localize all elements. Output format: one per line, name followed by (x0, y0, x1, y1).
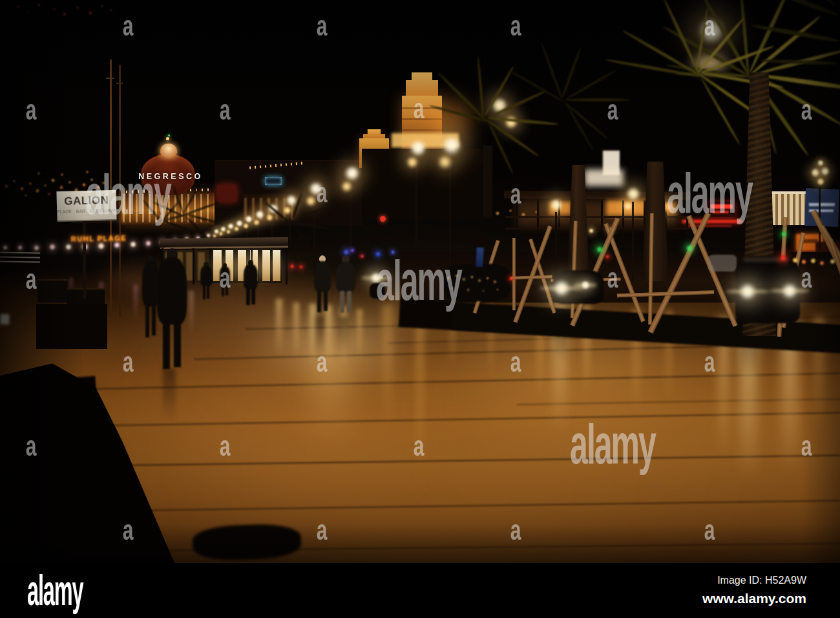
metal-glint (496, 288, 499, 291)
parked-scooters (443, 264, 510, 301)
neon-blur-core (391, 250, 395, 254)
lamp-globe (550, 198, 563, 211)
traffic-signal-light (686, 245, 693, 251)
reflection-streak (276, 299, 282, 360)
pedestrian-silhouette (200, 262, 212, 298)
terrace-post (537, 200, 539, 237)
bright-glow-patch (585, 169, 624, 186)
traffic-signal-light (780, 255, 786, 261)
pavilion-post (193, 248, 194, 284)
pedestrian-legs (246, 288, 249, 305)
pedestrian-legs (226, 283, 228, 295)
metal-glint (467, 288, 470, 292)
distant-lamp-core (98, 242, 105, 250)
pedestrian-silhouette (220, 263, 230, 295)
pedestrian-legs (152, 304, 156, 336)
traffic-signal-light (596, 246, 603, 253)
metal-glint (455, 274, 458, 277)
image-id-text: Image ID: H52A9W (702, 575, 806, 586)
dark-reflection (338, 317, 348, 356)
distant-lamp-core (114, 242, 120, 248)
lamp-globe (624, 202, 633, 211)
reflection-streak (310, 349, 349, 453)
pedestrian-body (220, 266, 230, 284)
pedestrian-body (314, 261, 331, 292)
neon-blur-core (361, 255, 364, 258)
pavilion-canopy (160, 237, 288, 249)
red-light-dot (380, 216, 386, 222)
van-silhouette (708, 255, 737, 272)
pedestrian-silhouette (157, 248, 187, 370)
lamp-globe (213, 234, 216, 238)
metal-glint (462, 277, 466, 281)
reflection-streak (357, 309, 362, 364)
palm-trunk (483, 145, 492, 217)
alamy-url-text: www.alamy.com (702, 591, 806, 606)
footer-info: Image ID: H52A9W www.alamy.com (702, 575, 806, 606)
pedestrian-body (157, 257, 187, 324)
metal-glint (470, 275, 474, 279)
metal-glint (482, 290, 485, 292)
reflection-streak (383, 304, 393, 433)
negresco-green-light (168, 134, 170, 136)
pedestrian-legs (203, 284, 205, 299)
pedestrian-silhouette (142, 255, 159, 338)
pedestrian-legs (163, 321, 170, 369)
reflection-streak (415, 310, 425, 478)
alamy-logo: alamy (27, 569, 83, 612)
pedestrian-legs (317, 290, 321, 312)
red-neon-text (712, 211, 729, 213)
pedestrian-legs (174, 321, 181, 367)
reflection-streak (293, 303, 299, 361)
pedestrian-legs (207, 284, 209, 298)
neon-blur-core (344, 250, 349, 255)
lamp-globe (306, 196, 316, 206)
shop-light (792, 257, 798, 263)
pedestrian-silhouette (336, 255, 355, 311)
reflection-streak (133, 284, 138, 323)
traffic-signal-light (509, 277, 513, 281)
vignette-top (0, 0, 840, 116)
pedestrian-legs (340, 291, 344, 313)
pedestrian-body (244, 264, 258, 288)
night-promenade-photo: NEGRESCO (0, 0, 840, 563)
vignette-bottom (0, 524, 840, 563)
pedestrian-silhouette (244, 260, 258, 304)
pedestrian-legs (347, 291, 352, 312)
traffic-signal-light (605, 255, 609, 259)
metal-glint (493, 280, 497, 284)
pedestrian-legs (222, 283, 224, 296)
negresco-cupola (160, 144, 177, 158)
neon-blur-core (375, 251, 381, 257)
pedestrian-body (336, 262, 355, 292)
distant-lamp-core (130, 241, 136, 248)
headlight-flare (726, 290, 770, 293)
metal-glint (478, 279, 481, 282)
dark-reflection (315, 317, 324, 356)
pedestrian-silhouette (314, 255, 331, 311)
red-storefront (217, 185, 236, 202)
blue-banner (476, 248, 484, 268)
metal-glint (486, 277, 489, 280)
vignette-right (801, 0, 840, 563)
pedestrian-body (142, 261, 159, 306)
metal-glint (451, 287, 454, 290)
headlight-flare (574, 283, 597, 287)
pedestrian-body (200, 266, 212, 286)
pedestrian-legs (251, 288, 255, 304)
headlight-flare (361, 276, 392, 280)
lamp-globe (589, 228, 594, 233)
pedestrian-legs (145, 304, 149, 337)
terrace-post (601, 200, 603, 237)
negresco-rooftop-sign: NEGRESCO (131, 172, 211, 181)
neon-blur-core (351, 249, 354, 252)
dark-reflection (163, 368, 176, 420)
reflection-streak (189, 291, 194, 336)
alamy-footer-bar: alamy Image ID: H52A9W www.alamy.com (0, 563, 840, 618)
alamy-stock-photo-page: NEGRESCO (0, 0, 840, 618)
traffic-signal-light (299, 265, 303, 269)
metal-glint (446, 276, 450, 280)
pedestrian-legs (324, 290, 328, 312)
blue-neon-sign (265, 177, 282, 185)
negresco-finial-light (166, 137, 169, 140)
